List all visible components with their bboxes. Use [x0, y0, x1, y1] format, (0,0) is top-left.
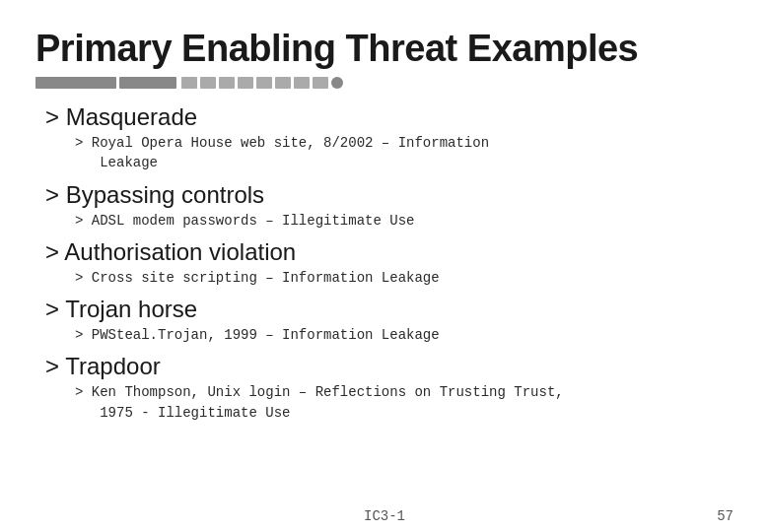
footer-center-label: IC3-1 — [364, 508, 405, 524]
bar-dot — [331, 77, 343, 89]
bar-seg-6 — [275, 77, 291, 89]
slide-title: Primary Enabling Threat Examples — [35, 28, 734, 70]
item-masquerade: > Masquerade > Royal Opera House web sit… — [45, 103, 734, 173]
secondary-trojan: > PWSteal.Trojan, 1999 – Information Lea… — [75, 325, 734, 345]
primary-authorisation: > Authorisation violation — [45, 238, 734, 266]
primary-bypassing: > Bypassing controls — [45, 181, 734, 209]
bar-seg-1 — [181, 77, 197, 89]
bar-seg-2 — [200, 77, 216, 89]
primary-masquerade: > Masquerade — [45, 103, 734, 131]
slide: Primary Enabling Threat Examples > Masqu… — [0, 0, 769, 532]
item-trojan: > Trojan horse > PWSteal.Trojan, 1999 – … — [45, 296, 734, 345]
bar-solid-2 — [119, 77, 176, 89]
primary-trojan: > Trojan horse — [45, 296, 734, 323]
secondary-authorisation: > Cross site scripting – Information Lea… — [75, 268, 734, 288]
secondary-masquerade: > Royal Opera House web site, 8/2002 – I… — [75, 133, 734, 173]
bar-seg-5 — [256, 77, 272, 89]
item-authorisation: > Authorisation violation > Cross site s… — [45, 238, 734, 288]
item-bypassing: > Bypassing controls > ADSL modem passwo… — [45, 181, 734, 231]
divider-bar — [35, 76, 734, 90]
content-area: > Masquerade > Royal Opera House web sit… — [35, 103, 734, 423]
bar-seg-4 — [238, 77, 253, 89]
secondary-bypassing: > ADSL modem passwords – Illegitimate Us… — [75, 211, 734, 231]
bar-seg-3 — [219, 77, 235, 89]
bar-seg-8 — [313, 77, 328, 89]
primary-trapdoor: > Trapdoor — [45, 353, 734, 380]
item-trapdoor: > Trapdoor > Ken Thompson, Unix login – … — [45, 353, 734, 423]
bar-seg-7 — [294, 77, 310, 89]
secondary-trapdoor: > Ken Thompson, Unix login – Reflections… — [75, 382, 734, 423]
footer-page-number: 57 — [717, 508, 734, 524]
bar-solid-1 — [35, 77, 116, 89]
